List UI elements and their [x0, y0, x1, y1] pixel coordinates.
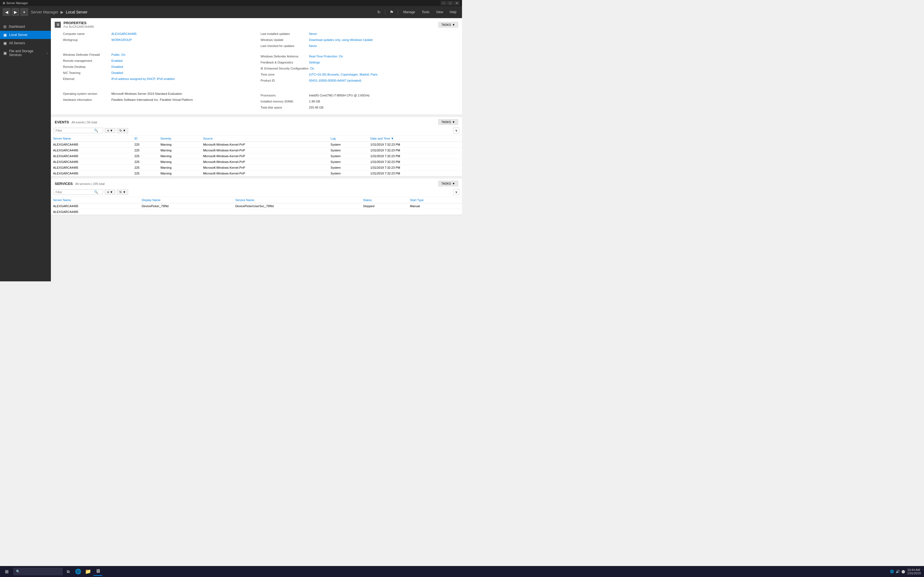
services-col-server[interactable]: Server Name — [51, 197, 139, 203]
prop-value-os: Microsoft Windows Server 2019 Standard E… — [111, 92, 182, 95]
services-expand-button[interactable]: ∨ — [453, 189, 459, 195]
table-row[interactable]: ALEXGARCA4485 225 Warning Microsoft-Wind… — [51, 153, 462, 159]
maximize-button[interactable]: □ — [447, 1, 453, 5]
events-cell-id: 225 — [132, 142, 158, 148]
sidebar-item-local-server[interactable]: ▣ Local Server — [0, 31, 51, 39]
services-tasks-button[interactable]: TASKS ▼ — [438, 181, 458, 186]
events-col-server[interactable]: Server Name — [51, 135, 132, 142]
dashboard-icon: ⊞ — [3, 24, 6, 29]
events-subtitle: All events | 56 total — [71, 121, 97, 124]
events-cell-date: 1/31/2019 7:32:23 PM — [368, 153, 462, 159]
table-row[interactable]: ALEXGARCA4485 225 Warning Microsoft-Wind… — [51, 148, 462, 153]
services-filter-input[interactable] — [55, 190, 94, 194]
view-menu[interactable]: View — [433, 8, 446, 16]
table-row[interactable]: ALEXGARCA4485 225 Warning Microsoft-Wind… — [51, 165, 462, 171]
events-list-filter-button[interactable]: ≡ ▼ — [105, 128, 115, 133]
titlebar: 🖥 Server Manager ─ □ ✕ — [0, 0, 462, 6]
tools-menu[interactable]: Tools — [419, 8, 432, 16]
divider2 — [398, 9, 398, 15]
properties-subtitle: For ALEXGARCA4485 — [63, 25, 94, 28]
sidebar-label-all-servers: All Servers — [9, 41, 25, 45]
services-search-icon[interactable]: 🔍 — [94, 190, 98, 194]
notification-icon[interactable]: ⚑ — [390, 10, 394, 15]
events-col-source[interactable]: Source — [201, 135, 328, 142]
services-table: Server Name Display Name Service Name St… — [51, 197, 462, 215]
services-section: SERVICES All services | 205 total TASKS … — [51, 179, 462, 215]
services-cell-server: ALEXGARCA4485 — [51, 203, 139, 209]
prop-value-last-updates[interactable]: Never — [309, 32, 317, 35]
events-cell-id: 225 — [132, 159, 158, 165]
minimize-button[interactable]: ─ — [441, 1, 447, 5]
events-filter-input-wrap[interactable]: 🔍 — [53, 128, 103, 133]
table-row[interactable]: ALEXGARCA4485 DevicePicker_79f9d DeviceP… — [51, 203, 462, 209]
services-filter-input-wrap[interactable]: 🔍 — [53, 189, 103, 195]
sidebar-item-dashboard[interactable]: ⊞ Dashboard — [0, 23, 51, 31]
content-area: 🖥 PROPERTIES For ALEXGARCA4485 TASKS ▼ C… — [51, 18, 462, 281]
prop-value-nic-teaming[interactable]: Disabled — [111, 71, 123, 74]
events-table: Server Name ID Severity Source Log Date … — [51, 135, 462, 176]
forward-button[interactable]: ▶ — [11, 8, 19, 16]
services-col-display[interactable]: Display Name — [139, 197, 233, 203]
table-row[interactable]: ALEXGARCA4485 225 Warning Microsoft-Wind… — [51, 142, 462, 148]
properties-tasks-button[interactable]: TASKS ▼ — [438, 22, 458, 27]
prop-value-computername[interactable]: ALEXGARCA4485 — [111, 32, 137, 35]
prop-label-remote-mgmt: Remote management — [63, 59, 110, 62]
tasks-label: TASKS — [441, 23, 451, 26]
events-cell-log: System — [328, 165, 368, 171]
table-row[interactable]: ALEXGARCA4485 225 Warning Microsoft-Wind… — [51, 171, 462, 176]
events-col-severity[interactable]: Severity — [158, 135, 201, 142]
back-button[interactable]: ◀ — [3, 8, 10, 16]
events-cell-source: Microsoft-Windows-Kernel-PnP — [201, 142, 328, 148]
close-button[interactable]: ✕ — [454, 1, 460, 5]
events-cell-server: ALEXGARCA4485 — [51, 171, 132, 176]
prop-value-feedback[interactable]: Settings — [309, 61, 320, 64]
services-col-status[interactable]: Status — [361, 197, 407, 203]
prop-value-remote-desktop[interactable]: Disabled — [111, 65, 123, 68]
events-expand-button[interactable]: ∨ — [453, 127, 459, 134]
table-row[interactable]: ALEXGARCA4485 225 Warning Microsoft-Wind… — [51, 159, 462, 165]
local-server-icon: ▣ — [3, 33, 7, 37]
events-tasks-button[interactable]: TASKS ▼ — [438, 119, 458, 125]
events-cell-log: System — [328, 148, 368, 153]
prop-value-timezone[interactable]: (UTC+01:00) Brussels, Copenhagen, Madrid… — [309, 73, 378, 76]
sidebar-item-all-servers[interactable]: ▣ All Servers — [0, 39, 51, 47]
services-list-filter-button[interactable]: ≡ ▼ — [105, 190, 115, 195]
refresh-button[interactable]: ↻ — [375, 8, 383, 16]
services-title: SERVICES — [55, 182, 73, 186]
prop-value-product-id[interactable]: 00431-10000-00000-AA047 (activated) — [309, 79, 361, 82]
prop-value-antivirus[interactable]: Real-Time Protection: On — [309, 55, 343, 58]
help-menu[interactable]: Help — [447, 8, 459, 16]
prop-value-ie-security[interactable]: On — [310, 67, 314, 70]
events-cell-server: ALEXGARCA4485 — [51, 148, 132, 153]
prop-value-last-checked[interactable]: Never — [309, 44, 317, 48]
breadcrumb-current: Local Server — [66, 10, 87, 14]
breadcrumb-root[interactable]: Server Manager — [31, 10, 58, 14]
tasks-dropdown-icon: ▼ — [452, 23, 455, 26]
services-refresh-button[interactable]: ↻ ▼ — [117, 190, 128, 195]
events-search-icon[interactable]: 🔍 — [94, 129, 98, 132]
dropdown-button[interactable]: ▼ — [20, 8, 28, 16]
events-filter-input[interactable] — [55, 129, 94, 132]
prop-value-ethernet[interactable]: IPv4 address assigned by DHCP, IPv6 enab… — [111, 77, 174, 81]
prop-value-windows-update[interactable]: Download updates only, using Windows Upd… — [309, 38, 373, 42]
properties-section: 🖥 PROPERTIES For ALEXGARCA4485 TASKS ▼ C… — [51, 18, 462, 115]
events-refresh-button[interactable]: ↻ ▼ — [117, 128, 128, 133]
manage-menu[interactable]: Manage — [401, 8, 418, 16]
prop-value-firewall[interactable]: Public: On — [111, 53, 125, 56]
prop-value-remote-mgmt[interactable]: Enabled — [111, 59, 123, 62]
events-cell-server: ALEXGARCA4485 — [51, 153, 132, 159]
services-col-starttype[interactable]: Start Type — [408, 197, 462, 203]
events-col-log[interactable]: Log — [328, 135, 368, 142]
app-icon: 🖥 — [2, 2, 5, 5]
sidebar-item-file-storage[interactable]: ▣ File and Storage Services › — [0, 47, 51, 59]
sidebar-label-file-storage: File and Storage Services — [9, 49, 47, 57]
divider — [385, 9, 385, 15]
events-col-id[interactable]: ID — [132, 135, 158, 142]
properties-icon: 🖥 — [55, 22, 61, 28]
services-col-service[interactable]: Service Name — [233, 197, 361, 203]
events-col-date[interactable]: Date and Time ▼ — [368, 135, 462, 142]
events-cell-severity: Warning — [158, 165, 201, 171]
table-row[interactable]: ALEXGARCA4485 — [51, 209, 462, 215]
prop-value-workgroup[interactable]: WORKGROUP — [111, 38, 132, 42]
prop-label-timezone: Time zone — [261, 73, 307, 76]
